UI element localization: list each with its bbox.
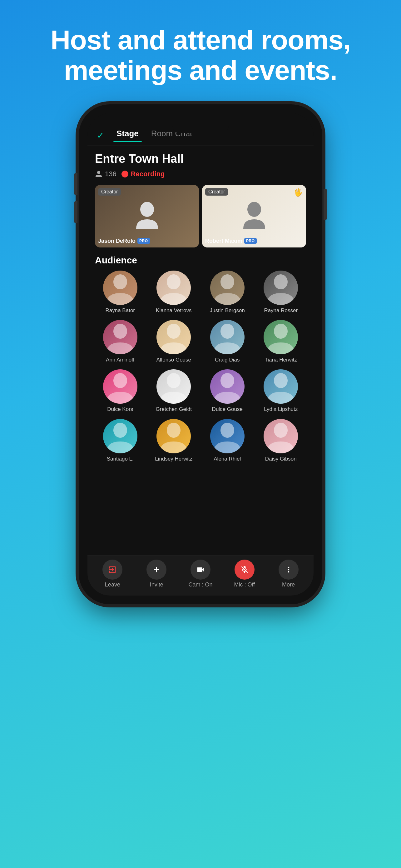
creator2-name: Robert Maxim PRO (205, 238, 257, 244)
attendee-count: 136 (95, 170, 116, 178)
cam-button[interactable]: Cam : On (188, 560, 213, 588)
room-meta: 136 Recording (95, 170, 306, 178)
audience-item[interactable]: Lindsey Herwitz (149, 419, 199, 462)
avatar-silhouette (264, 271, 298, 305)
audience-avatar (210, 369, 244, 404)
svg-point-3 (167, 274, 180, 289)
audience-item[interactable]: Lydia Lipshutz (256, 369, 306, 412)
mic-label: Mic : Off (234, 582, 255, 588)
creator1-pro: PRO (137, 238, 150, 244)
avatar-silhouette (264, 320, 298, 354)
audience-avatar (264, 271, 298, 305)
cam-label: Cam : On (188, 582, 212, 588)
audience-name: Lydia Lipshutz (264, 406, 298, 412)
audience-name: Ann Aminoff (106, 357, 134, 363)
audience-item[interactable]: Dulce Gouse (202, 369, 253, 412)
audience-avatar (210, 419, 244, 453)
svg-point-2 (113, 274, 127, 289)
svg-point-7 (167, 324, 180, 339)
svg-point-9 (274, 324, 288, 339)
more-button[interactable]: More (276, 560, 301, 588)
svg-point-16 (221, 423, 234, 438)
audience-avatar (157, 419, 191, 453)
leave-button[interactable]: Leave (100, 560, 125, 588)
audience-avatar (157, 369, 191, 404)
svg-point-0 (140, 202, 154, 217)
invite-label: Invite (150, 582, 163, 588)
raise-hand-icon: 🖐 (294, 188, 303, 197)
audience-name: Santiago L. (107, 456, 134, 462)
audience-grid: Rayna Bator Kianna Vetrovs Justin Bergso… (95, 271, 306, 462)
audience-item[interactable]: Gretchen Geidt (149, 369, 199, 412)
vol-down-button (74, 201, 77, 223)
avatar-silhouette (157, 369, 191, 404)
stage-card-2[interactable]: Creator 🖐 Robert Maxim PRO (202, 185, 306, 247)
audience-item[interactable]: Alena Rhiel (202, 419, 253, 462)
svg-point-12 (221, 373, 234, 388)
audience-item[interactable]: Kianna Vetrovs (149, 271, 199, 314)
audience-item[interactable]: Santiago L. (95, 419, 145, 462)
avatar-silhouette (210, 271, 244, 305)
power-button (324, 189, 327, 220)
audience-name: Rayna Bator (106, 307, 135, 314)
svg-point-11 (167, 373, 180, 388)
audience-avatar (103, 419, 137, 453)
recording-badge: Recording (122, 170, 165, 178)
audience-avatar (264, 320, 298, 354)
stage-card-1[interactable]: Creator Jason DeRolo PRO (95, 185, 199, 247)
mic-icon (235, 560, 255, 580)
creator1-name: Jason DeRolo PRO (98, 238, 150, 244)
svg-point-1 (247, 202, 261, 217)
creator2-badge: Creator (205, 188, 228, 195)
audience-item[interactable]: Rayna Rosser (256, 271, 306, 314)
audience-name: Dulce Kors (107, 406, 133, 412)
tab-stage[interactable]: Stage (110, 129, 145, 142)
attendee-icon (95, 170, 102, 178)
audience-item[interactable]: Craig Dias (202, 320, 253, 363)
audience-avatar (103, 320, 137, 354)
svg-point-14 (113, 423, 127, 438)
svg-point-15 (167, 423, 180, 438)
audience-item[interactable]: Justin Bergson (202, 271, 253, 314)
audience-name: Dulce Gouse (212, 406, 243, 412)
svg-point-6 (113, 324, 127, 339)
cam-icon (191, 560, 210, 580)
audience-name: Alfonso Gouse (156, 357, 191, 363)
avatar-silhouette (210, 419, 244, 453)
audience-avatar (157, 320, 191, 354)
audience-item[interactable]: Tiana Herwitz (256, 320, 306, 363)
audience-item[interactable]: Dulce Kors (95, 369, 145, 412)
audience-title: Audience (95, 255, 306, 266)
creator1-badge: Creator (98, 188, 121, 195)
phone-frame: ✓ Stage Room Chat Entre Town Hall 136 (79, 104, 322, 604)
avatar-silhouette (210, 369, 244, 404)
audience-name: Alena Rhiel (213, 456, 241, 462)
svg-point-10 (113, 373, 127, 388)
avatar-silhouette (210, 320, 244, 354)
audience-avatar (157, 271, 191, 305)
audience-name: Craig Dias (215, 357, 239, 363)
mic-button[interactable]: Mic : Off (232, 560, 257, 588)
audience-item[interactable]: Rayna Bator (95, 271, 145, 314)
hero-title: Host and attend rooms, meetings and even… (0, 0, 401, 104)
audience-name: Daisy Gibson (265, 456, 297, 462)
invite-button[interactable]: Invite (144, 560, 169, 588)
audience-name: Gretchen Geidt (156, 406, 192, 412)
invite-icon (146, 560, 166, 580)
audience-item[interactable]: Daisy Gibson (256, 419, 306, 462)
tab-divider (88, 146, 313, 146)
more-icon (278, 560, 299, 580)
back-chevron[interactable]: ✓ (97, 130, 104, 141)
attendee-number: 136 (105, 170, 116, 178)
phone-mockup: ✓ Stage Room Chat Entre Town Hall 136 (79, 104, 322, 604)
avatar-silhouette (157, 320, 191, 354)
svg-point-4 (221, 274, 234, 289)
main-content: Entre Town Hall 136 Recording (88, 146, 313, 556)
audience-item[interactable]: Alfonso Gouse (149, 320, 199, 363)
audience-name: Rayna Rosser (264, 307, 298, 314)
more-label: More (282, 582, 295, 588)
audience-item[interactable]: Ann Aminoff (95, 320, 145, 363)
leave-icon (102, 560, 123, 580)
svg-point-5 (274, 274, 288, 289)
audience-avatar (264, 369, 298, 404)
